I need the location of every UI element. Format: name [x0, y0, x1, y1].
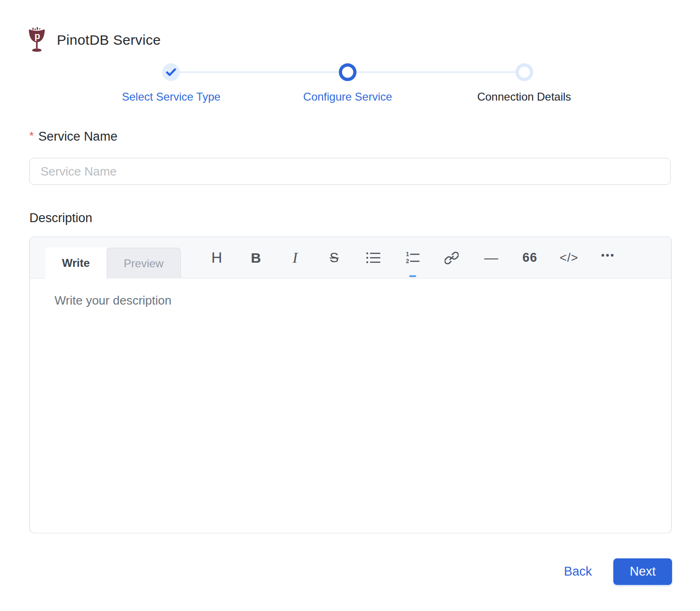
strikethrough-icon[interactable]: S [315, 243, 354, 272]
tab-write[interactable]: Write [45, 247, 107, 278]
description-markdown-editor: Write Preview HBIS12—66</>••• [29, 237, 672, 533]
quote-icon-glyph: 66 [522, 251, 537, 265]
page-title: PinotDB Service [57, 32, 161, 48]
code-icon[interactable]: </> [549, 243, 589, 272]
back-button[interactable]: Back [564, 564, 592, 579]
italic-icon[interactable]: I [275, 243, 315, 272]
header: p PinotDB Service [0, 0, 700, 53]
step-select-service-type[interactable] [83, 63, 260, 81]
stepper-circles [83, 63, 612, 81]
description-label: Description [29, 211, 700, 225]
editor-tabs: Write Preview [45, 247, 181, 278]
required-asterisk: * [29, 129, 34, 142]
pinotdb-service-wizard: p PinotDB Service Select Service Ty [0, 0, 700, 611]
description-textarea[interactable] [30, 278, 671, 533]
strikethrough-icon-glyph: S [329, 250, 338, 265]
next-button[interactable]: Next [613, 558, 672, 585]
service-name-label: Service Name [38, 129, 117, 143]
quote-icon[interactable]: 66 [510, 243, 549, 272]
step-configure-service[interactable] [260, 63, 436, 81]
step-label-connection-details[interactable]: Connection Details [436, 90, 612, 103]
stepper-labels: Select Service Type Configure Service Co… [83, 90, 612, 103]
more-icon[interactable]: ••• [589, 243, 628, 272]
bold-icon-glyph: B [251, 250, 261, 266]
unordered-list-icon[interactable] [354, 243, 393, 272]
step-upcoming-circle-icon [515, 63, 533, 81]
stepper: Select Service Type Configure Service Co… [83, 63, 612, 103]
horizontal-rule-icon[interactable]: — [471, 243, 510, 272]
service-name-field-label: *Service Name [29, 129, 700, 144]
bold-icon[interactable]: B [236, 243, 275, 272]
step-label-configure-service[interactable]: Configure Service [260, 90, 436, 103]
wizard-footer: Back Next [0, 533, 700, 585]
service-name-input[interactable] [29, 158, 671, 185]
more-icon-glyph: ••• [601, 250, 615, 265]
pinotdb-logo-icon: p [27, 27, 47, 53]
horizontal-rule-icon-glyph: — [484, 250, 497, 266]
editor-header: Write Preview HBIS12—66</>••• [30, 237, 671, 278]
editor-toolbar: HBIS12—66</>••• [197, 243, 628, 272]
ordered-list-icon[interactable]: 12 [393, 243, 432, 272]
code-icon-glyph: </> [560, 251, 579, 265]
tab-preview[interactable]: Preview [107, 248, 181, 278]
heading-icon[interactable]: H [197, 243, 236, 272]
step-completed-check-icon [162, 63, 180, 81]
step-connection-details[interactable] [436, 63, 612, 81]
link-icon[interactable] [432, 243, 471, 272]
italic-icon-glyph: I [293, 249, 298, 266]
heading-icon-glyph: H [211, 249, 222, 266]
step-label-select-service-type[interactable]: Select Service Type [83, 90, 260, 103]
configure-service-form: *Service Name Description Write Preview … [0, 129, 700, 533]
step-active-circle-icon [339, 63, 357, 81]
svg-text:p: p [34, 31, 40, 41]
svg-text:2: 2 [406, 258, 409, 265]
svg-text:1: 1 [406, 251, 409, 258]
